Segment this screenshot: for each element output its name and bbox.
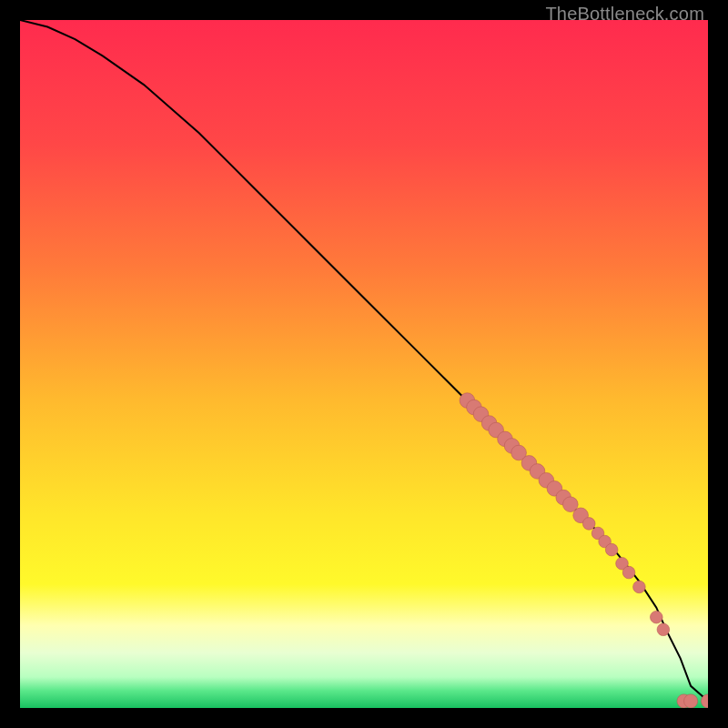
data-marker <box>684 694 698 708</box>
data-marker <box>582 518 595 531</box>
bottleneck-chart <box>20 20 708 708</box>
chart-background <box>20 20 708 708</box>
data-marker <box>657 623 670 636</box>
data-marker <box>651 611 663 623</box>
data-marker <box>633 581 646 593</box>
data-marker <box>605 543 618 556</box>
chart-frame <box>20 20 708 708</box>
data-marker <box>622 566 635 579</box>
